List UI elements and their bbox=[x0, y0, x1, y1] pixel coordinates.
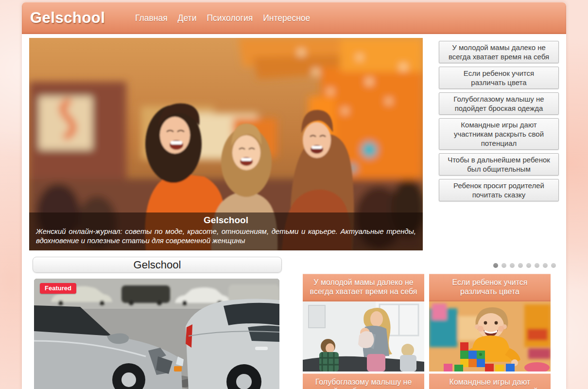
card-title-bar: У молодой мамы далеко не всегда хватает … bbox=[303, 274, 424, 301]
content-wrapper: Gelschool Главная Дети Психология Интере… bbox=[22, 2, 566, 389]
card-image bbox=[429, 301, 551, 371]
article-card-colors[interactable]: Если ребенок учится различать цвета bbox=[429, 274, 551, 371]
sidebar-item-article-3[interactable]: Голубоглазому малышу не подойдет броская… bbox=[439, 92, 559, 115]
sidebar-item-article-1[interactable]: У молодой мамы далеко не всегда хватает … bbox=[439, 41, 559, 63]
hero-caption: Gelschool Женский онлайн-журнал: советы … bbox=[29, 212, 423, 250]
pagination-dot[interactable] bbox=[526, 263, 531, 268]
pagination-dot[interactable] bbox=[543, 263, 548, 268]
sidebar: У молодой мамы далеко не всегда хватает … bbox=[439, 41, 559, 205]
pagination-dot[interactable] bbox=[551, 263, 556, 268]
article-card-mom[interactable]: У молодой мамы далеко не всегда хватает … bbox=[303, 274, 424, 371]
nav-item-interesting[interactable]: Интересное bbox=[263, 13, 310, 23]
page-background: { "site": { "logo": "Gelschool" }, "nav"… bbox=[0, 0, 588, 389]
article-card-clothes[interactable]: Голубоглазому малышу не подойдет броская… bbox=[303, 373, 424, 389]
pagination-dot[interactable] bbox=[493, 263, 498, 268]
hero-caption-title: Gelschool bbox=[36, 215, 416, 226]
card-image bbox=[303, 301, 424, 371]
sidebar-item-article-2[interactable]: Если ребенок учится различать цвета bbox=[439, 67, 559, 89]
mother-baby-illustration bbox=[303, 301, 424, 371]
toddler-blocks-illustration bbox=[429, 301, 551, 371]
car-accident-illustration bbox=[34, 279, 279, 389]
pagination-dots bbox=[493, 263, 556, 268]
featured-card[interactable]: Featured bbox=[34, 279, 279, 389]
nav-item-home[interactable]: Главная bbox=[135, 13, 168, 23]
sidebar-item-article-4[interactable]: Командные игры дают участникам раскрыть … bbox=[439, 118, 559, 150]
section-title-bar[interactable]: Gelschool bbox=[33, 257, 282, 273]
pagination-dot[interactable] bbox=[535, 263, 539, 268]
card-title-bar: Командные игры дают участникам раскрыть … bbox=[429, 373, 551, 389]
sidebar-item-article-6[interactable]: Ребенок просит родителей почитать сказку bbox=[439, 179, 559, 201]
card-title-bar: Голубоглазому малышу не подойдет броская… bbox=[303, 373, 424, 389]
pagination-dot[interactable] bbox=[518, 263, 523, 268]
featured-badge: Featured bbox=[40, 283, 76, 294]
nav-item-psychology[interactable]: Психология bbox=[207, 13, 253, 23]
pagination-dot[interactable] bbox=[502, 263, 506, 268]
site-header: Gelschool Главная Дети Психология Интере… bbox=[22, 2, 566, 34]
card-title-bar: Если ребенок учится различать цвета bbox=[429, 274, 551, 301]
sidebar-item-article-5[interactable]: Чтобы в дальнейшем ребенок был общительн… bbox=[439, 153, 559, 176]
main-nav: Главная Дети Психология Интересное bbox=[135, 13, 310, 23]
nav-item-children[interactable]: Дети bbox=[178, 13, 197, 23]
hero-slide: Gelschool Женский онлайн-журнал: советы … bbox=[29, 38, 423, 250]
article-card-team-games[interactable]: Командные игры дают участникам раскрыть … bbox=[429, 373, 551, 389]
hero-caption-text: Женский онлайн-журнал: советы по моде, к… bbox=[36, 227, 416, 245]
pagination-dot[interactable] bbox=[510, 263, 515, 268]
site-logo[interactable]: Gelschool bbox=[30, 9, 108, 27]
